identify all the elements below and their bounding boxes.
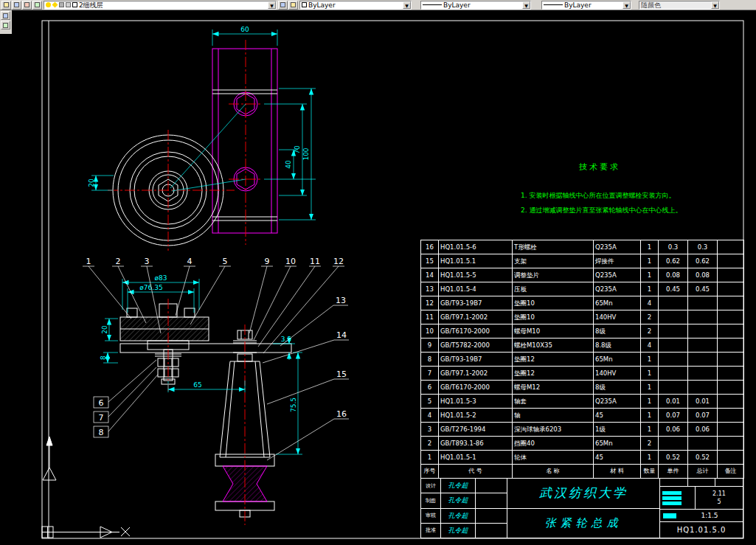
bom-cell-total: 0.45 <box>688 282 718 296</box>
bom-cell-total: 0.07 <box>688 409 718 423</box>
bom-cell-code: GB/T5782-2000 <box>439 339 513 353</box>
bom-cell-note <box>718 254 744 268</box>
bom-cell-qty: 2 <box>641 324 659 339</box>
layers-icon <box>14 2 19 7</box>
plotstyle-dropdown-arrow-icon[interactable]: ▼ <box>711 1 719 9</box>
polyline-tool-button[interactable] <box>1 21 10 29</box>
drawing-number: HQ1.01.5.0 <box>660 522 743 538</box>
lineweight-dropdown-arrow-icon[interactable]: ▼ <box>623 1 631 9</box>
ucs-icon <box>42 437 130 538</box>
linetype-dropdown[interactable]: ByLayer ▼ <box>420 1 531 10</box>
bom-cell-no: 10 <box>421 324 439 339</box>
layer-dropdown[interactable]: 2细线层 ▼ <box>44 1 277 10</box>
match-properties-button[interactable] <box>288 1 298 10</box>
bom-cell-material: 45 <box>594 409 641 423</box>
plotstyle-dropdown[interactable]: 随颜色 ▼ <box>639 1 720 10</box>
bom-cell-material: 45 <box>594 451 641 465</box>
stage-mark-bar <box>662 496 682 500</box>
bom-header-cell: 材 料 <box>594 465 641 479</box>
bom-cell-name: 螺栓M10X35 <box>513 339 594 353</box>
bom-header-cell: 数量 <box>641 465 659 479</box>
bom-cell-total <box>688 339 718 353</box>
bom-row: 2GB/T893.1-86挡圈4065Mn2 <box>421 437 744 451</box>
line-tool-button[interactable] <box>1 11 10 20</box>
dim-20-top-label: 20 <box>88 178 95 187</box>
bom-cell-name: 轴套 <box>513 395 594 409</box>
bom-cell-note <box>718 381 744 395</box>
toolbar-mid-icons <box>278 1 298 10</box>
signature-name: 孔令超 <box>441 479 476 493</box>
layers-dialog-button[interactable] <box>278 1 288 10</box>
layers-dialog-icon <box>280 2 285 7</box>
bom-cell-no: 7 <box>421 367 439 381</box>
bom-cell-code: HQ1.01.5-1 <box>439 451 513 465</box>
bom-cell-material: 8级 <box>594 381 641 395</box>
bom-cell-total <box>688 324 718 339</box>
drawing-title: 张紧轮总成 <box>507 509 659 538</box>
bom-cell-no: 1 <box>421 451 439 465</box>
bom-cell-unit: 0.45 <box>659 282 688 296</box>
balloon-5: 5 <box>223 257 228 266</box>
bom-cell-material: 65Mn <box>594 353 641 367</box>
line-tool-icon <box>3 13 8 18</box>
tech-req-title: 技术要求 <box>579 162 620 172</box>
bom-cell-code: HQ1.01.5.1 <box>439 254 513 268</box>
make-object-layer-current-button[interactable] <box>1 1 11 10</box>
linetype-dropdown-arrow-icon[interactable]: ▼ <box>522 1 530 9</box>
dim-70-label: 70 <box>294 145 301 154</box>
layer-freeze-icon <box>52 2 58 8</box>
bom-cell-total <box>688 310 718 324</box>
current-plotstyle-name: 随颜色 <box>641 1 710 9</box>
bom-cell-unit: 0.3 <box>659 240 688 254</box>
bom-cell-total: 0.06 <box>688 423 718 437</box>
color-dropdown[interactable]: ByLayer ▼ <box>299 1 412 10</box>
balloon-14: 14 <box>336 330 347 340</box>
bom-cell-note <box>718 437 744 451</box>
dim-755-label: 75.5 <box>290 398 297 412</box>
color-dropdown-arrow-icon[interactable]: ▼ <box>403 1 411 9</box>
bom-cell-qty: 4 <box>641 296 659 310</box>
signature-name: 孔令超 <box>441 493 476 507</box>
bom-cell-qty: 2 <box>641 437 659 451</box>
bom-cell-total <box>688 437 718 451</box>
bom-cell-no: 16 <box>421 240 439 254</box>
bom-cell-note <box>718 296 744 310</box>
bom-header-cell: 单件 <box>659 465 688 479</box>
front-view-dimensions <box>103 279 302 454</box>
layer-previous-icon <box>35 2 40 7</box>
bom-cell-unit <box>659 310 688 324</box>
bom-cell-no: 4 <box>421 409 439 423</box>
bom-cell-unit <box>659 296 688 310</box>
layer-lock-icon <box>59 2 64 7</box>
layer-manager-button[interactable] <box>12 1 21 10</box>
signature-row: 设计孔令超 <box>421 479 507 493</box>
bom-cell-name: 垫圈10 <box>513 310 594 324</box>
bom-cell-code: HQ1.01.5-6 <box>439 240 513 254</box>
bom-cell-no: 6 <box>421 381 439 395</box>
bom-cell-qty: 1 <box>641 423 659 437</box>
title-block: 设计孔令超制图孔令超审核孔令超批准孔令超 武汉纺织大学 张紧轮总成 2.11 5 <box>420 478 743 538</box>
bom-cell-qty: 1 <box>641 282 659 296</box>
layer-dropdown-arrow-icon[interactable]: ▼ <box>268 1 276 9</box>
bom-cell-unit: 0.06 <box>659 423 688 437</box>
top-view-dim-labels: 60 40 70 100 20 <box>88 26 310 187</box>
balloon-11: 11 <box>310 257 320 266</box>
bom-row: 8GB/T93-19B7垫圈1265Mn1 <box>421 353 744 367</box>
bom-cell-code: GB/T276-1994 <box>439 423 513 437</box>
lineweight-dropdown[interactable]: ByLayer ▼ <box>541 1 631 10</box>
layer-states-button[interactable] <box>22 1 32 10</box>
bom-cell-qty: 1 <box>641 254 659 268</box>
front-view <box>120 299 291 525</box>
bom-cell-unit <box>659 381 688 395</box>
bom-cell-no: 2 <box>421 437 439 451</box>
bom-cell-no: 11 <box>421 310 439 324</box>
signature-label: 批准 <box>421 524 441 538</box>
bom-cell-unit: 0.62 <box>659 254 688 268</box>
layer-color-swatch <box>72 2 77 7</box>
bom-header-cell: 代 号 <box>439 465 513 479</box>
balloon-13: 13 <box>336 296 346 305</box>
bom-cell-material: Q235A <box>594 268 641 282</box>
cad-application-window: 60 40 70 100 20 <box>0 0 756 545</box>
bom-body: 16HQ1.01.5-6T形螺栓Q235A10.30.315HQ1.01.5.1… <box>421 240 744 465</box>
layer-previous-button[interactable] <box>32 1 42 10</box>
